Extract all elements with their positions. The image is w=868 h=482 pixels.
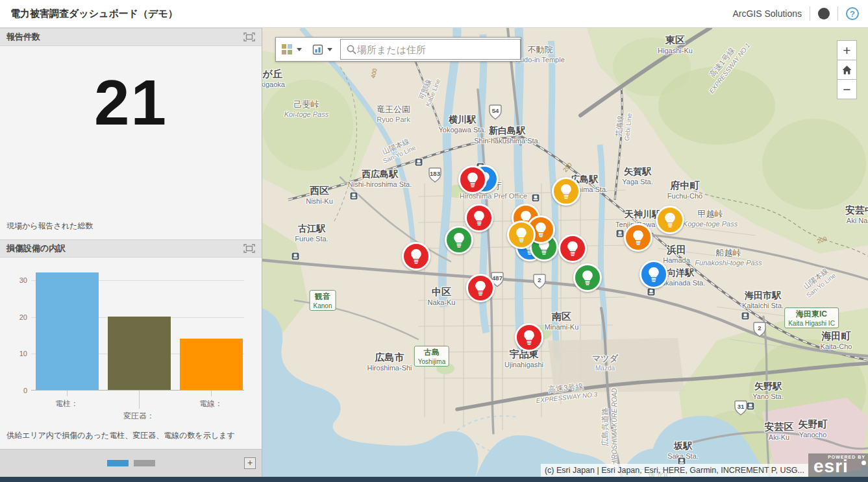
page-indicator[interactable] (134, 460, 155, 466)
chevron-down-icon (297, 48, 302, 51)
chevron-down-icon (327, 48, 332, 51)
map-toolbar (275, 37, 521, 62)
divider (810, 6, 810, 21)
damage-report-marker-red[interactable] (466, 274, 495, 302)
page-title: 電力被害調査ダッシュボード（デモ） (0, 8, 178, 20)
breakdown-panel-body: 0102030電柱：変圧器：電線： 供給エリア内で損傷のあった電柱、変圧器、電線… (0, 258, 262, 449)
damage-report-marker-orange[interactable] (624, 223, 652, 252)
basemap-grid-icon (281, 43, 293, 55)
dashboard-app: 電力被害調査ダッシュボード（デモ） ArcGIS Solutions ? 報告件… (0, 0, 868, 482)
esri-dot (862, 461, 866, 465)
bar-電線： (180, 339, 243, 390)
report-count-caption: 現場から報告された総数 (6, 221, 93, 232)
count-panel-body: 21 現場から報告された総数 (0, 46, 262, 239)
train-station-icon (647, 288, 656, 296)
page-indicator-active[interactable] (107, 460, 129, 466)
damage-report-marker-green[interactable] (573, 263, 602, 292)
label-leader-line (67, 391, 68, 396)
damage-report-marker-blue[interactable] (639, 260, 668, 289)
train-station-icon (291, 252, 300, 261)
esri-logo: POWERED BY esri (808, 453, 868, 478)
train-station-icon (741, 312, 750, 320)
sidebar-footer: + (0, 449, 262, 477)
report-count-value: 21 (0, 71, 262, 134)
train-station-icon (532, 194, 540, 202)
label-leader-line (211, 391, 212, 396)
search-input[interactable] (357, 44, 515, 55)
home-icon (841, 65, 852, 75)
expand-icon[interactable] (243, 244, 255, 253)
basemap-gallery-button[interactable] (276, 43, 307, 55)
x-axis-line (31, 390, 244, 391)
x-axis-label: 電線： (175, 398, 247, 409)
count-panel-title: 報告件数 (6, 31, 40, 43)
train-station-icon (747, 402, 755, 411)
map-search (340, 39, 521, 60)
train-station-icon (616, 230, 625, 238)
y-axis-tick: 10 (8, 350, 27, 357)
brand-label: ArcGIS Solutions (732, 8, 802, 19)
damage-report-marker-yellow[interactable] (507, 221, 536, 249)
map-attribution: (c) Esri Japan | Esri Japan, Esri, HERE,… (541, 464, 808, 477)
legend-icon (312, 44, 323, 55)
top-header: 電力被害調査ダッシュボード（デモ） ArcGIS Solutions ? (0, 0, 868, 28)
label-leader-line (139, 391, 140, 409)
bar-変圧器： (108, 317, 171, 390)
y-axis-tick: 30 (8, 276, 27, 284)
divider (837, 6, 838, 21)
train-station-icon (350, 192, 358, 200)
damage-report-marker-yellow[interactable] (552, 177, 580, 206)
zoom-in-button[interactable]: + (837, 40, 857, 60)
damage-report-marker-red[interactable] (402, 242, 430, 271)
damage-report-marker-yellow[interactable] (656, 206, 684, 234)
breakdown-caption: 供給エリア内で損傷のあった電柱、変圧器、電線の数を示します (6, 430, 235, 441)
y-axis-tick: 0 (8, 387, 27, 394)
x-axis-label: 変圧器： (103, 411, 175, 422)
damage-report-marker-red[interactable] (465, 204, 493, 232)
y-axis-tick: 20 (8, 313, 27, 321)
add-panel-button[interactable]: + (244, 457, 256, 469)
train-station-icon (415, 158, 423, 167)
zoom-controls: + − (837, 41, 857, 99)
damage-report-marker-red[interactable] (515, 323, 543, 352)
x-axis-label: 電柱： (31, 398, 103, 409)
damage-report-marker-red[interactable] (458, 165, 487, 194)
help-icon[interactable]: ? (846, 7, 859, 20)
damage-report-marker-red[interactable] (558, 234, 587, 263)
header-actions: ArcGIS Solutions ? (732, 6, 868, 21)
breakdown-panel-header: 損傷設備の内訳 (0, 239, 262, 258)
breakdown-panel-title: 損傷設備の内訳 (6, 243, 66, 254)
bar-電柱： (36, 272, 99, 390)
bar-chart: 0102030電柱：変圧器：電線： (31, 273, 244, 391)
esri-wordmark: esri (813, 456, 849, 477)
expand-icon[interactable] (243, 32, 255, 42)
count-panel-header: 報告件数 (0, 28, 262, 46)
bottom-strip (0, 477, 868, 482)
damage-report-marker-green[interactable] (445, 226, 473, 254)
account-icon[interactable] (818, 8, 830, 19)
search-icon (346, 44, 357, 55)
map-canvas[interactable]: 東区Higashi-Ku不動院Fudo-in Templeが丘kigaoka己斐… (262, 28, 868, 482)
sidebar: 報告件数 21 現場から報告された総数 損傷設備の内訳 0102030電柱：変圧… (0, 28, 262, 482)
legend-button[interactable] (307, 44, 338, 55)
home-button[interactable] (837, 60, 857, 80)
zoom-out-button[interactable]: − (837, 79, 857, 99)
